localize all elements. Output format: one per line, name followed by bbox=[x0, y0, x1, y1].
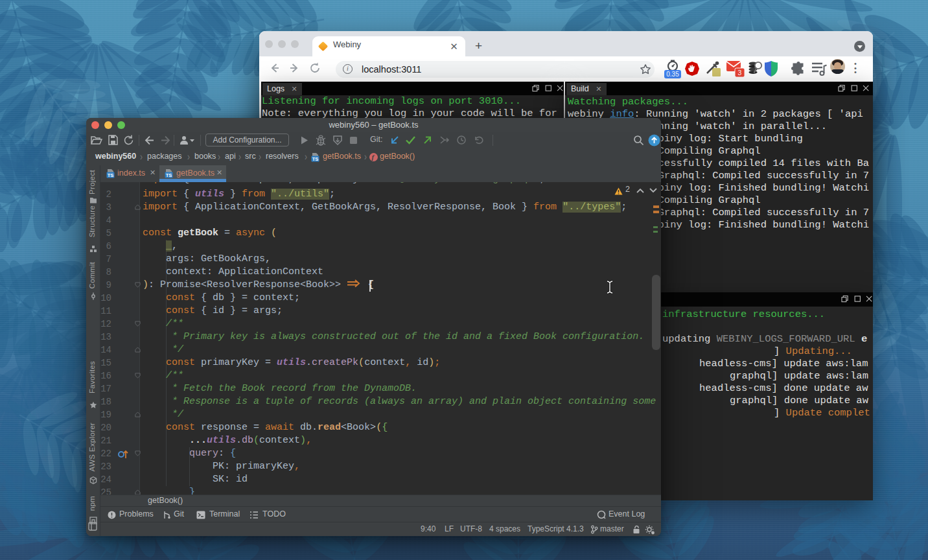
svg-text:TS: TS bbox=[166, 172, 172, 178]
svg-text:3: 3 bbox=[738, 69, 742, 76]
svg-text:TS: TS bbox=[312, 156, 319, 162]
svg-text:TS: TS bbox=[108, 172, 114, 178]
svg-text:0.35: 0.35 bbox=[666, 71, 679, 78]
